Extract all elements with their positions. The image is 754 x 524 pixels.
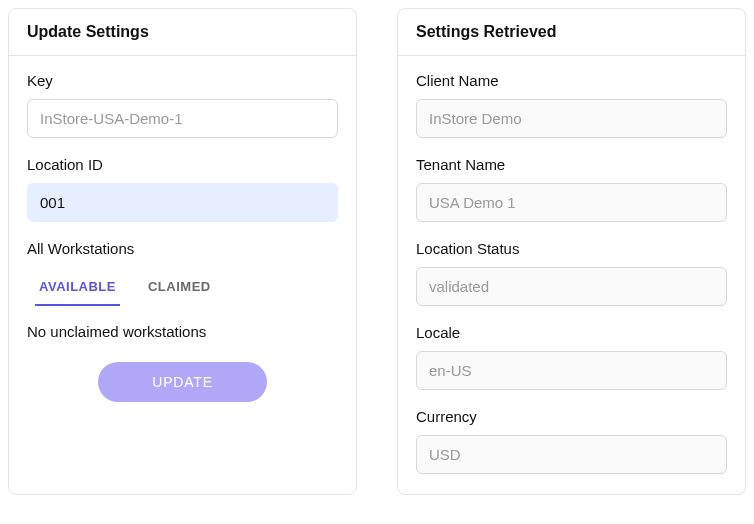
location-id-label: Location ID xyxy=(27,156,338,173)
key-label: Key xyxy=(27,72,338,89)
workstations-tabs: AVAILABLE CLAIMED xyxy=(27,269,338,307)
location-status-label: Location Status xyxy=(416,240,727,257)
locale-label: Locale xyxy=(416,324,727,341)
no-workstations-message: No unclaimed workstations xyxy=(27,323,338,340)
client-name-label: Client Name xyxy=(416,72,727,89)
client-name-input[interactable] xyxy=(416,99,727,138)
key-field: Key xyxy=(27,72,338,138)
tab-claimed[interactable]: CLAIMED xyxy=(144,269,215,306)
all-workstations-label: All Workstations xyxy=(27,240,338,257)
settings-retrieved-title: Settings Retrieved xyxy=(398,9,745,56)
update-settings-card: Update Settings Key Location ID All Work… xyxy=(8,8,357,495)
currency-input[interactable] xyxy=(416,435,727,474)
client-name-field: Client Name xyxy=(416,72,727,138)
update-settings-title: Update Settings xyxy=(9,9,356,56)
tenant-name-label: Tenant Name xyxy=(416,156,727,173)
currency-label: Currency xyxy=(416,408,727,425)
location-status-field: Location Status xyxy=(416,240,727,306)
tab-available[interactable]: AVAILABLE xyxy=(35,269,120,306)
update-button[interactable]: UPDATE xyxy=(98,362,267,402)
settings-retrieved-body: Client Name Tenant Name Location Status … xyxy=(398,56,745,494)
update-settings-body: Key Location ID All Workstations AVAILAB… xyxy=(9,56,356,422)
settings-retrieved-card: Settings Retrieved Client Name Tenant Na… xyxy=(397,8,746,495)
location-id-field: Location ID xyxy=(27,156,338,222)
location-id-input[interactable] xyxy=(27,183,338,222)
location-status-input[interactable] xyxy=(416,267,727,306)
key-input[interactable] xyxy=(27,99,338,138)
locale-input[interactable] xyxy=(416,351,727,390)
currency-field: Currency xyxy=(416,408,727,474)
tenant-name-input[interactable] xyxy=(416,183,727,222)
locale-field: Locale xyxy=(416,324,727,390)
tenant-name-field: Tenant Name xyxy=(416,156,727,222)
